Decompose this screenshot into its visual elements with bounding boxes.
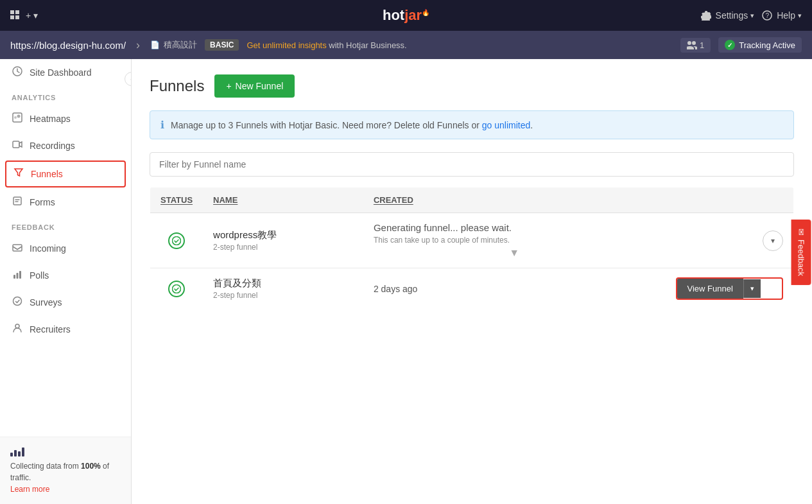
recordings-icon <box>12 139 23 152</box>
users-badge: 1 <box>680 38 711 53</box>
feedback-label: Feedback <box>796 239 806 275</box>
col-created: CREATED <box>363 187 666 213</box>
row2-date: 2 days ago <box>374 284 418 294</box>
site-bar: https://blog.design-hu.com/ › 📄 積高設計 BAS… <box>0 31 812 59</box>
dashboard-icon <box>12 66 23 79</box>
view-funnel-group: View Funnel ▾ <box>676 277 784 300</box>
svg-text:?: ? <box>766 12 770 19</box>
recruiters-icon <box>12 323 23 336</box>
site-url: https://blog.design-hu.com/ <box>10 40 126 51</box>
forms-label: Forms <box>30 197 55 207</box>
data-collection-indicator <box>10 448 121 456</box>
sidebar-item-recruiters[interactable]: Recruiters <box>0 316 131 343</box>
checkmark-icon <box>172 236 181 245</box>
learn-more-link[interactable]: Learn more <box>10 485 49 494</box>
top-navigation: + ▾ hotjar🔥 Settings ▾ ? Help ▾ <box>0 0 812 31</box>
heatmaps-label: Heatmaps <box>30 114 71 124</box>
row2-funnel-steps: 2-step funnel <box>213 291 353 300</box>
bar1 <box>10 453 13 456</box>
sidebar-item-polls[interactable]: Polls <box>0 262 131 289</box>
logo-dot: 🔥 <box>422 9 429 16</box>
settings-label: Settings <box>716 10 748 21</box>
forms-icon <box>12 196 23 209</box>
feedback-tab[interactable]: ✉ Feedback <box>791 219 811 284</box>
tracking-active-dot <box>725 40 735 50</box>
new-funnel-label: New Funnel <box>236 81 284 91</box>
svg-rect-13 <box>13 275 15 279</box>
info-message: Manage up to 3 Funnels with Hotjar Basic… <box>171 120 533 130</box>
row1-name-cell: wordpress教學 2-step funnel <box>203 213 363 268</box>
row1-dropdown-button[interactable]: ▾ <box>763 230 783 251</box>
sidebar-bottom: Collecting data from 100% of traffic. Le… <box>0 437 131 504</box>
sidebar-item-dashboard[interactable]: Site Dashboard <box>0 59 131 86</box>
main-content: Funnels + New Funnel ℹ Manage up to 3 Fu… <box>132 59 812 504</box>
table-header: STATUS NAME CREATED <box>150 187 794 213</box>
plus-icon: + <box>26 10 31 21</box>
site-page-icon: 📄 <box>150 40 160 49</box>
collecting-data-text: Collecting data from 100% of traffic. <box>10 460 121 483</box>
view-funnel-dropdown-button[interactable]: ▾ <box>743 279 761 298</box>
row2-funnel-name: 首頁及分類 <box>213 277 353 290</box>
tracking-active-badge: Tracking Active <box>718 37 802 53</box>
filter-input[interactable] <box>150 152 794 177</box>
funnels-icon <box>13 168 24 180</box>
info-text-prefix: Manage up to 3 Funnels with Hotjar Basic… <box>171 120 482 130</box>
row1-funnel-steps: 2-step funnel <box>213 243 353 252</box>
table-row: 首頁及分類 2-step funnel 2 days ago View Funn… <box>150 268 794 309</box>
polls-label: Polls <box>30 270 49 281</box>
get-unlimited-link[interactable]: Get unlimited insights <box>246 40 326 50</box>
bar4 <box>22 448 24 456</box>
help-chevron: ▾ <box>798 12 802 20</box>
recruiters-label: Recruiters <box>30 324 71 335</box>
hotjar-logo: hotjar🔥 <box>383 7 429 24</box>
new-funnel-button[interactable]: + New Funnel <box>214 74 295 98</box>
sidebar-item-forms[interactable]: Forms <box>0 189 131 216</box>
row1-dropdown-icon: ▾ <box>771 236 775 245</box>
grid-menu-button[interactable] <box>10 10 21 21</box>
users-count: 1 <box>700 40 704 50</box>
info-icon: ℹ <box>160 119 164 131</box>
main-inner: Funnels + New Funnel ℹ Manage up to 3 Fu… <box>132 59 812 325</box>
go-unlimited-link[interactable]: go unlimited <box>482 120 531 130</box>
row2-status-cell <box>150 268 203 309</box>
info-text-suffix: . <box>530 120 533 130</box>
incoming-label: Incoming <box>30 243 66 254</box>
sidebar-item-funnels[interactable]: Funnels <box>5 161 126 187</box>
surveys-icon <box>12 296 23 309</box>
settings-button[interactable]: Settings ▾ <box>701 10 755 21</box>
add-button[interactable]: + ▾ <box>26 10 38 21</box>
heatmaps-icon <box>12 112 23 125</box>
sidebar-item-incoming[interactable]: Incoming <box>0 235 131 262</box>
sidebar-item-recordings[interactable]: Recordings <box>0 132 131 159</box>
help-button[interactable]: ? Help ▾ <box>762 10 802 21</box>
new-funnel-icon: + <box>226 81 231 91</box>
svg-point-17 <box>15 324 19 328</box>
row1-funnel-name: wordpress教學 <box>213 229 353 241</box>
incoming-icon <box>12 242 23 255</box>
col-actions <box>666 187 794 213</box>
row1-status-cell <box>150 213 203 268</box>
logo-jar: jar <box>404 7 422 23</box>
svg-rect-1 <box>15 10 19 14</box>
table-body: wordpress教學 2-step funnel Generating fun… <box>150 213 794 309</box>
col-status: STATUS <box>150 187 203 213</box>
info-banner: ℹ Manage up to 3 Funnels with Hotjar Bas… <box>150 110 794 139</box>
feedback-icon: ✉ <box>796 228 806 235</box>
view-funnel-button[interactable]: View Funnel <box>677 279 743 299</box>
tracking-active-label: Tracking Active <box>739 40 795 50</box>
basic-badge: BASIC <box>205 39 239 51</box>
row1-action-cell: ▾ <box>666 213 794 268</box>
logo-hot: hot <box>383 7 404 23</box>
dashboard-label: Site Dashboard <box>30 67 92 78</box>
svg-rect-10 <box>13 141 19 148</box>
sidebar-item-heatmaps[interactable]: Heatmaps <box>0 105 131 132</box>
collecting-percent: 100% <box>81 462 101 471</box>
sidebar-item-surveys[interactable]: Surveys <box>0 289 131 316</box>
polls-icon <box>12 269 23 282</box>
breadcrumb-separator: › <box>136 39 140 52</box>
row1-created-cell: Generating funnel... please wait. This c… <box>363 213 666 268</box>
page-title: Funnels <box>150 77 204 95</box>
row2-action-cell: View Funnel ▾ <box>666 268 794 309</box>
row1-dropdown-arrow: ▼ <box>374 247 655 259</box>
help-label: Help <box>777 10 795 21</box>
